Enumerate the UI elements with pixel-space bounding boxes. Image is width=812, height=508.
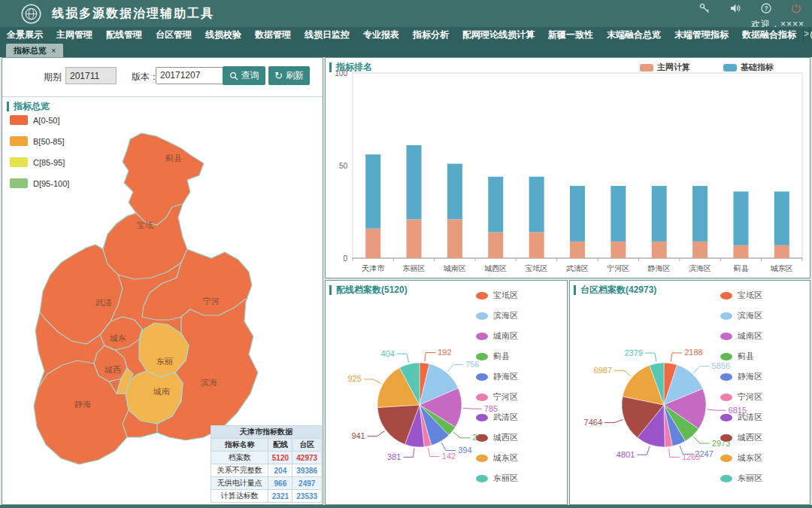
legend-swatch (476, 414, 488, 421)
indicator-value: 204 (268, 464, 292, 477)
bar-segment-0-9[interactable] (733, 245, 748, 258)
legend-item[interactable]: 城东区 (476, 452, 518, 464)
x-axis-label: 蓟县 (733, 264, 749, 272)
app-header: 线损多源数据治理辅助工具 ? 欢迎，×××× (0, 0, 812, 27)
bar-segment-1-1[interactable] (407, 145, 422, 219)
legend-swatch (720, 475, 732, 482)
legend-item[interactable]: 城南区 (720, 330, 762, 342)
period-input[interactable] (65, 67, 117, 84)
legend-item[interactable]: 东丽区 (720, 473, 762, 484)
legend-item[interactable]: 宝坻区 (476, 290, 518, 301)
nav-item-9[interactable]: 配网理论线损计算 (456, 27, 541, 42)
nav-item-11[interactable]: 末端融合总览 (600, 27, 668, 42)
legend-item[interactable]: 武清区 (476, 412, 518, 423)
legend-item[interactable]: 城南区 (476, 330, 518, 342)
nav-item-6[interactable]: 线损日监控 (298, 27, 356, 42)
bar-segment-1-7[interactable] (652, 186, 667, 242)
x-axis-label: 城南区 (443, 264, 466, 272)
legend-item[interactable]: 城西区 (476, 432, 518, 443)
pie-label-6: 4801 (617, 450, 635, 459)
nav-item-0[interactable]: 全景展示 (0, 27, 50, 42)
legend-swatch (720, 312, 732, 320)
power-icon[interactable] (791, 3, 801, 14)
y-axis-tick: 100 (335, 69, 347, 78)
legend-item[interactable]: 滨海区 (720, 310, 762, 321)
station-pie-chart[interactable]: 2188585668152973224712634801746469872379 (570, 281, 810, 504)
nav-item-8[interactable]: 指标分析 (406, 27, 456, 42)
bar-segment-0-10[interactable] (774, 245, 789, 258)
bar-segment-1-3[interactable] (488, 177, 503, 233)
footer-bar (0, 505, 812, 508)
bar-segment-1-0[interactable] (365, 154, 380, 228)
nav-item-10[interactable]: 新疆一致性 (541, 27, 600, 42)
legend-swatch (720, 394, 732, 401)
nav-item-4[interactable]: 线损校验 (198, 27, 248, 42)
bar-segment-0-7[interactable] (652, 242, 667, 258)
bar-segment-0-1[interactable] (407, 219, 422, 258)
nav-more-button[interactable]: > (803, 27, 810, 42)
pie-label-0: 192 (438, 348, 451, 357)
legend-item[interactable]: 静海区 (720, 371, 762, 382)
bar-segment-0-3[interactable] (488, 233, 503, 258)
map-label-6: 东丽 (156, 357, 173, 366)
nav-item-5[interactable]: 数据管理 (248, 27, 298, 42)
legend-item[interactable]: 城东区 (720, 452, 762, 464)
bar-segment-0-8[interactable] (692, 242, 707, 258)
x-axis-label: 城西区 (483, 264, 507, 272)
nav-item-7[interactable]: 专业报表 (356, 27, 406, 42)
city-table-header: 配线 (268, 439, 292, 452)
legend-item[interactable]: 城西区 (720, 432, 762, 443)
bar-segment-1-5[interactable] (570, 186, 585, 242)
feeder-archive-panel: 配线档案数(5120) 1927567852003941423819419254… (325, 280, 568, 505)
x-axis-label: 宁河区 (607, 264, 629, 272)
bar-segment-1-2[interactable] (447, 164, 462, 220)
x-axis-label: 城东区 (770, 264, 793, 272)
legend-label: 城西区 (738, 432, 762, 443)
x-axis-label: 滨海区 (689, 264, 711, 272)
legend-swatch (720, 434, 732, 442)
table-row: 档案数512042973 (211, 452, 322, 464)
tab-indicator-overview[interactable]: 指标总览× (6, 44, 63, 57)
search-icon (229, 71, 238, 81)
bar-segment-0-0[interactable] (365, 229, 380, 258)
bar-segment-1-9[interactable] (733, 191, 748, 245)
filter-bar: 期别： 版本： 20171207 查询 ↻ 刷新 (2, 58, 323, 97)
legend-swatch (720, 373, 732, 381)
legend-item[interactable]: 宁河区 (720, 391, 762, 403)
key-icon[interactable] (699, 3, 710, 14)
city-indicator-table: 天津市指标数据指标名称配线台区档案数512042973关系不完整数2043938… (211, 425, 322, 503)
bar-segment-0-2[interactable] (447, 219, 462, 258)
bar-segment-1-4[interactable] (529, 177, 544, 233)
help-icon[interactable]: ? (761, 3, 771, 14)
legend-swatch (476, 333, 488, 340)
bar-segment-0-5[interactable] (570, 242, 585, 258)
indicator-value: 2497 (292, 477, 322, 490)
legend-item[interactable]: 静海区 (476, 371, 518, 382)
legend-item[interactable]: 武清区 (720, 412, 762, 423)
bar-segment-1-10[interactable] (774, 191, 789, 245)
nav-item-3[interactable]: 台区管理 (149, 27, 198, 42)
nav-item-12[interactable]: 末端管理指标 (668, 27, 735, 42)
legend-item[interactable]: 蓟县 (720, 351, 762, 362)
legend-label: 城西区 (493, 432, 518, 443)
bar-chart[interactable]: 050100天津市东丽区城南区城西区宝坻区武清区宁河区静海区滨海区蓟县城东区 (326, 58, 810, 278)
nav-item-13[interactable]: 数据融合指标 (735, 27, 803, 42)
sound-icon[interactable] (730, 3, 741, 14)
refresh-button[interactable]: ↻ 刷新 (268, 66, 310, 85)
tab-close-icon[interactable]: × (51, 46, 56, 55)
legend-item[interactable]: 宁河区 (476, 391, 518, 403)
legend-item[interactable]: 东丽区 (476, 473, 518, 484)
map-label-8: 静海 (74, 400, 91, 409)
nav-item-1[interactable]: 主网管理 (50, 27, 99, 42)
bar-segment-1-6[interactable] (611, 186, 626, 242)
bar-segment-0-6[interactable] (611, 242, 626, 258)
feeder-pie-chart[interactable]: 192756785200394142381941925404 (326, 281, 567, 504)
nav-item-2[interactable]: 配线管理 (99, 27, 149, 42)
refresh-icon: ↻ (274, 71, 283, 81)
bar-segment-0-4[interactable] (529, 233, 544, 258)
legend-item[interactable]: 宝坻区 (720, 290, 762, 301)
legend-item[interactable]: 蓟县 (476, 351, 518, 362)
query-button[interactable]: 查询 (223, 66, 265, 85)
bar-segment-1-8[interactable] (692, 186, 707, 242)
legend-item[interactable]: 滨海区 (476, 310, 518, 321)
